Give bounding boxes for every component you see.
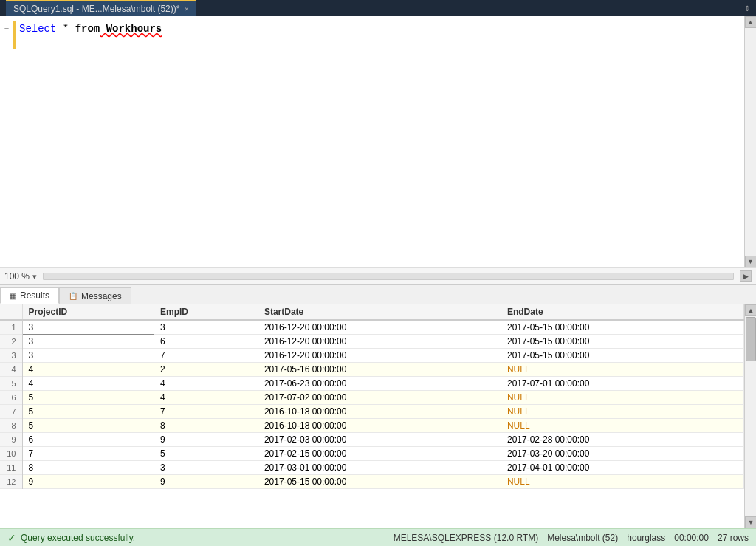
- title-bar: SQLQuery1.sql - ME...Melesa\mbolt (52))*…: [0, 0, 756, 16]
- status-user: Melesa\mbolt (52): [547, 533, 618, 543]
- cell-empid: 2: [154, 363, 258, 377]
- cell-enddate: NULL: [501, 363, 743, 377]
- code-editor[interactable]: Select * from Workhours: [13, 16, 744, 267]
- scrollbar-track[interactable]: [745, 28, 756, 256]
- cell-projectid: 3: [22, 349, 154, 363]
- execution-indicator: [13, 21, 16, 49]
- sql-star: *: [56, 23, 75, 35]
- cell-startdate: 2017-07-02 00:00:00: [258, 391, 501, 405]
- table-row[interactable]: 2362016-12-20 00:00:002017-05-15 00:00:0…: [0, 335, 744, 349]
- editor-scrollbar[interactable]: ▲ ▼: [744, 16, 756, 267]
- cell-empid: 9: [154, 475, 258, 489]
- scroll-icon[interactable]: ⇕: [744, 4, 750, 13]
- table-container: ProjectID EmpID StartDate EndDate 133201…: [0, 304, 744, 528]
- results-tab-icon: ▦: [10, 292, 16, 300]
- cell-rownum: 12: [0, 475, 22, 489]
- table-row[interactable]: 11832017-03-01 00:00:002017-04-01 00:00:…: [0, 461, 744, 475]
- zoom-bar: 100 % ▾ ▶: [0, 267, 756, 285]
- cell-rownum: 9: [0, 433, 22, 447]
- cell-projectid: 4: [22, 377, 154, 391]
- table-row[interactable]: 8582016-10-18 00:00:00NULL: [0, 419, 744, 433]
- cell-empid: 4: [154, 377, 258, 391]
- table-header: ProjectID EmpID StartDate EndDate: [0, 304, 744, 320]
- cell-startdate: 2016-10-18 00:00:00: [258, 405, 501, 419]
- cell-enddate: 2017-07-01 00:00:00: [501, 377, 743, 391]
- keyword-from: from: [75, 23, 100, 35]
- table-row[interactable]: 4422017-05-16 00:00:00NULL: [0, 363, 744, 377]
- collapse-icon[interactable]: −: [4, 21, 9, 35]
- status-hourglass: hourglass: [627, 533, 665, 543]
- col-enddate[interactable]: EndDate: [501, 304, 743, 320]
- scroll-right-button[interactable]: ▶: [740, 270, 752, 282]
- col-projectid[interactable]: ProjectID: [22, 304, 154, 320]
- cell-rownum: 8: [0, 419, 22, 433]
- header-row: ProjectID EmpID StartDate EndDate: [0, 304, 744, 320]
- status-server: MELESA\SQLEXPRESS (12.0 RTM): [394, 533, 539, 543]
- cell-projectid: 4: [22, 363, 154, 377]
- table-name: Workhours: [100, 23, 162, 35]
- cell-enddate: 2017-05-15 00:00:00: [501, 349, 743, 363]
- cell-startdate: 2017-05-15 00:00:00: [258, 475, 501, 489]
- title-tab[interactable]: SQLQuery1.sql - ME...Melesa\mbolt (52))*…: [6, 0, 196, 16]
- cell-empid: 8: [154, 419, 258, 433]
- messages-tab-icon: 📋: [69, 292, 78, 300]
- cell-rownum: 4: [0, 363, 22, 377]
- cell-enddate: NULL: [501, 419, 743, 433]
- cell-enddate: NULL: [501, 391, 743, 405]
- status-right: MELESA\SQLEXPRESS (12.0 RTM) Melesa\mbol…: [394, 533, 749, 543]
- cell-enddate: 2017-03-20 00:00:00: [501, 447, 743, 461]
- cell-startdate: 2017-03-01 00:00:00: [258, 461, 501, 475]
- cell-startdate: 2017-02-03 00:00:00: [258, 433, 501, 447]
- table-row[interactable]: 5442017-06-23 00:00:002017-07-01 00:00:0…: [0, 377, 744, 391]
- messages-tab-label: Messages: [81, 291, 122, 301]
- cell-enddate: 2017-05-15 00:00:00: [501, 335, 743, 349]
- editor-area[interactable]: − Select * from Workhours ▲ ▼: [0, 16, 756, 267]
- zoom-dropdown-button[interactable]: ▾: [32, 272, 37, 281]
- table-row[interactable]: 7572016-10-18 00:00:00NULL: [0, 405, 744, 419]
- cell-projectid: 5: [22, 391, 154, 405]
- table-row[interactable]: 12992017-05-15 00:00:00NULL: [0, 475, 744, 489]
- zoom-level: 100 %: [4, 271, 30, 281]
- cell-projectid: 6: [22, 433, 154, 447]
- table-row[interactable]: 9692017-02-03 00:00:002017-02-28 00:00:0…: [0, 433, 744, 447]
- main-content: − Select * from Workhours ▲ ▼ 100 % ▾ ▶ …: [0, 16, 756, 546]
- results-scroll-up[interactable]: ▲: [745, 304, 756, 316]
- table-row[interactable]: 10752017-02-15 00:00:002017-03-20 00:00:…: [0, 447, 744, 461]
- cell-enddate: NULL: [501, 405, 743, 419]
- table-row[interactable]: 3372016-12-20 00:00:002017-05-15 00:00:0…: [0, 349, 744, 363]
- scroll-up-button[interactable]: ▲: [745, 16, 757, 28]
- status-check-icon: ✓: [7, 532, 16, 544]
- cell-rownum: 6: [0, 391, 22, 405]
- cell-rownum: 7: [0, 405, 22, 419]
- results-scroll-down[interactable]: ▼: [745, 516, 756, 528]
- scrollbar-thumb[interactable]: [746, 317, 756, 361]
- cell-enddate: 2017-04-01 00:00:00: [501, 461, 743, 475]
- status-time: 00:00:00: [674, 533, 709, 543]
- results-scrollbar[interactable]: ▲ ▼: [744, 304, 756, 528]
- results-tabs: ▦ Results 📋 Messages: [0, 285, 756, 304]
- table-body: 1332016-12-20 00:00:002017-05-15 00:00:0…: [0, 320, 744, 489]
- table-row[interactable]: 6542017-07-02 00:00:00NULL: [0, 391, 744, 405]
- tab-results[interactable]: ▦ Results: [0, 287, 59, 304]
- status-bar: ✓ Query executed successfully. MELESA\SQ…: [0, 528, 756, 546]
- cell-projectid: 3: [22, 320, 154, 335]
- tab-messages[interactable]: 📋 Messages: [59, 287, 131, 304]
- horizontal-scrollbar[interactable]: [43, 273, 734, 280]
- scrollbar-track-lower[interactable]: [745, 362, 756, 516]
- cell-projectid: 3: [22, 335, 154, 349]
- cell-empid: 7: [154, 349, 258, 363]
- col-startdate[interactable]: StartDate: [258, 304, 501, 320]
- col-empid[interactable]: EmpID: [154, 304, 258, 320]
- cell-rownum: 10: [0, 447, 22, 461]
- cell-empid: 9: [154, 433, 258, 447]
- results-area: ProjectID EmpID StartDate EndDate 133201…: [0, 304, 756, 528]
- cell-rownum: 1: [0, 320, 22, 335]
- cell-startdate: 2017-06-23 00:00:00: [258, 377, 501, 391]
- cell-empid: 4: [154, 391, 258, 405]
- close-tab-button[interactable]: ×: [184, 4, 188, 13]
- cell-rownum: 5: [0, 377, 22, 391]
- table-row[interactable]: 1332016-12-20 00:00:002017-05-15 00:00:0…: [0, 320, 744, 335]
- scroll-down-button[interactable]: ▼: [745, 256, 757, 267]
- cell-startdate: 2016-10-18 00:00:00: [258, 419, 501, 433]
- cell-projectid: 8: [22, 461, 154, 475]
